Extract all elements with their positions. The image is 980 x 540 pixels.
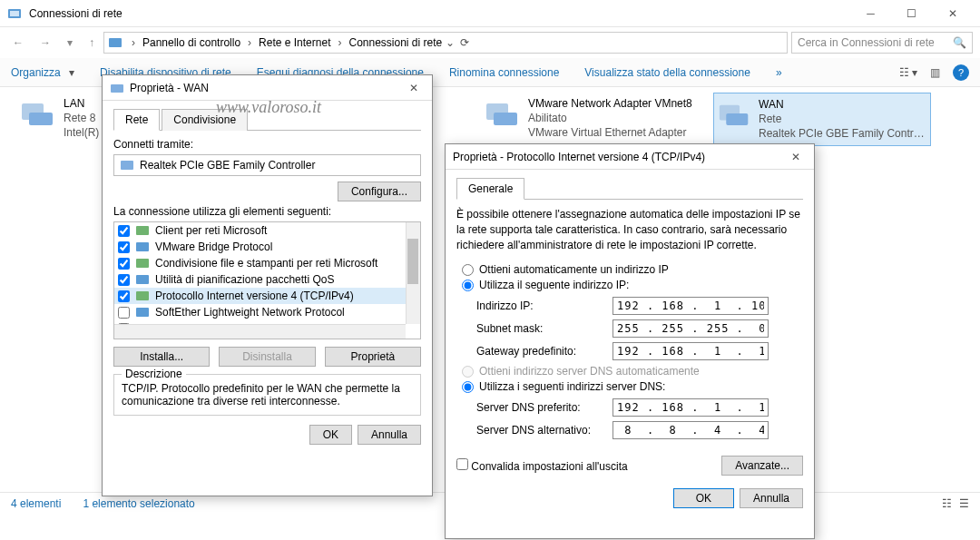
dns1-input[interactable]	[612, 398, 769, 417]
breadcrumb-item[interactable]: Rete e Internet	[257, 34, 332, 51]
svg-rect-9	[111, 84, 123, 93]
gateway-input[interactable]	[612, 342, 769, 360]
component-icon	[135, 273, 150, 286]
close-icon[interactable]: ✕	[403, 82, 425, 94]
close-button[interactable]: ✕	[932, 0, 973, 27]
validate-checkbox[interactable]: Convalida impostazioni all'uscita	[456, 458, 628, 473]
nav-up[interactable]: ↑	[83, 33, 100, 53]
breadcrumb-item[interactable]: Pannello di controllo	[141, 34, 242, 51]
cancel-button[interactable]: Annulla	[358, 425, 421, 445]
svg-rect-1	[10, 11, 19, 16]
view-large-icon[interactable]: ☷	[942, 497, 952, 510]
component-label: SoftEther Lightweight Network Protocol	[155, 306, 345, 319]
radio-auto-ip[interactable]: Ottieni automaticamente un indirizzo IP	[462, 263, 803, 276]
mask-input[interactable]	[612, 319, 769, 338]
chevron-right-icon: ›	[244, 36, 255, 49]
dns2-input[interactable]	[612, 421, 769, 439]
svg-rect-6	[494, 113, 517, 125]
dns2-label: Server DNS alternativo:	[476, 424, 612, 437]
scrollbar-horizontal[interactable]	[114, 324, 406, 339]
adapter-wan[interactable]: WAN Rete Realtek PCIe GBE Family Control…	[713, 93, 931, 146]
help-icon[interactable]: ?	[953, 64, 969, 81]
component-checkbox[interactable]	[118, 290, 130, 302]
component-label: Client per reti Microsoft	[155, 224, 267, 237]
component-icon	[135, 224, 150, 237]
dns1-label: Server DNS preferito:	[476, 401, 612, 414]
component-item[interactable]: SoftEther Lightweight Network Protocol	[114, 304, 420, 320]
view-details-icon[interactable]: ☰	[959, 497, 969, 510]
nic-icon	[110, 81, 124, 95]
cmd-more[interactable]: »	[776, 66, 782, 79]
configure-button[interactable]: Configura...	[338, 182, 421, 201]
scrollbar[interactable]	[406, 222, 420, 324]
svg-rect-15	[136, 291, 149, 300]
component-checkbox[interactable]	[118, 274, 130, 286]
nic-icon	[120, 159, 134, 172]
minimize-button[interactable]: ─	[850, 0, 891, 27]
device-name: Realtek PCIe GBE Family Controller	[140, 159, 315, 172]
network-icon	[7, 6, 22, 21]
radio-use-dns[interactable]: Utilizza i seguenti indirizzi server DNS…	[462, 380, 803, 393]
breadcrumb[interactable]: › Pannello di controllo › Rete e Interne…	[103, 32, 788, 54]
tab-sharing[interactable]: Condivisione	[162, 109, 248, 131]
component-checkbox[interactable]	[118, 258, 130, 270]
component-item[interactable]: Client per reti Microsoft	[114, 222, 420, 239]
component-checkbox[interactable]	[118, 225, 130, 237]
description-heading: Descrizione	[122, 368, 186, 380]
view-options-icon[interactable]: ☷ ▾	[899, 66, 917, 79]
breadcrumb-item[interactable]: Connessioni di rete	[347, 34, 444, 51]
components-listbox[interactable]: Client per reti MicrosoftVMware Bridge P…	[113, 221, 421, 339]
component-label: VMware Bridge Protocol	[155, 241, 272, 253]
properties-button[interactable]: Proprietà	[325, 347, 421, 367]
install-button[interactable]: Installa...	[113, 347, 210, 367]
refresh-icon[interactable]: ⟳	[460, 36, 469, 49]
nav-forward[interactable]: →	[34, 33, 56, 53]
component-icon	[135, 290, 150, 302]
cmd-organize[interactable]: Organizza ▾	[11, 66, 74, 79]
cancel-button[interactable]: Annulla	[740, 488, 803, 508]
nav-dropdown[interactable]: ▾	[62, 33, 78, 53]
component-checkbox[interactable]	[118, 241, 130, 253]
nav-back[interactable]: ←	[7, 33, 29, 53]
radio-auto-dns: Ottieni indirizzo server DNS automaticam…	[462, 365, 803, 378]
component-item[interactable]: Utilità di pianificazione pacchetti QoS	[114, 271, 420, 288]
component-icon	[135, 241, 150, 253]
svg-rect-4	[29, 113, 53, 125]
search-input[interactable]: Cerca in Connessioni di rete 🔍	[791, 32, 973, 54]
cmd-status[interactable]: Visualizza stato della connessione	[584, 66, 750, 79]
window-titlebar: Connessioni di rete ─ ☐ ✕	[0, 0, 980, 27]
svg-rect-10	[121, 161, 133, 170]
address-row: ← → ▾ ↑ › Pannello di controllo › Rete e…	[0, 27, 980, 58]
window-title: Connessioni di rete	[29, 7, 850, 20]
ip-label: Indirizzo IP:	[476, 299, 612, 312]
tab-network[interactable]: Rete	[113, 109, 160, 131]
component-checkbox[interactable]	[118, 307, 130, 319]
advanced-button[interactable]: Avanzate...	[721, 456, 803, 476]
adapter-vmnet8[interactable]: VMware Network Adapter VMnet8 Abilitato …	[481, 93, 699, 146]
close-icon[interactable]: ✕	[785, 151, 807, 163]
chevron-down-icon[interactable]: ⌄	[446, 36, 455, 49]
ok-button[interactable]: OK	[309, 425, 352, 445]
svg-rect-14	[136, 275, 149, 284]
status-count: 4 elementi	[11, 497, 61, 510]
tab-general[interactable]: Generale	[456, 178, 524, 200]
cmd-rename[interactable]: Rinomina connessione	[449, 66, 559, 79]
gateway-label: Gateway predefinito:	[476, 345, 612, 358]
folder-icon	[108, 35, 122, 50]
description-box: Descrizione TCP/IP. Protocollo predefini…	[113, 374, 421, 416]
component-label: Condivisione file e stampanti per reti M…	[155, 257, 377, 270]
ok-button[interactable]: OK	[673, 488, 734, 508]
component-item[interactable]: VMware Bridge Protocol	[114, 239, 420, 255]
adapter-device: Realtek PCIe GBE Family Controller	[759, 126, 926, 141]
preview-pane-icon[interactable]: ▥	[930, 66, 940, 79]
component-item[interactable]: Condivisione file e stampanti per reti M…	[114, 255, 420, 271]
uninstall-button: Disinstalla	[219, 347, 315, 367]
ip-input[interactable]	[612, 297, 769, 315]
maximize-button[interactable]: ☐	[891, 0, 932, 27]
description-text: TCP/IP. Protocollo predefinito per le WA…	[122, 382, 413, 407]
device-field: Realtek PCIe GBE Family Controller	[113, 154, 421, 176]
svg-rect-8	[726, 113, 748, 125]
component-item[interactable]: Protocollo Internet versione 4 (TCP/IPv4…	[114, 288, 420, 304]
radio-use-ip[interactable]: Utilizza il seguente indirizzo IP:	[462, 279, 803, 291]
svg-rect-16	[136, 308, 149, 317]
